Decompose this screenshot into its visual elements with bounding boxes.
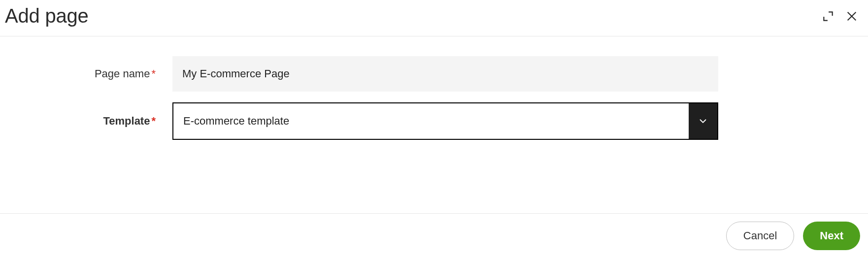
required-marker: * — [151, 67, 156, 80]
next-button[interactable]: Next — [803, 222, 860, 250]
dialog-header: Add page — [0, 0, 868, 36]
page-name-input-cell — [172, 56, 718, 92]
chevron-down-icon — [698, 116, 708, 127]
template-row: Template* E-commerce template — [0, 102, 868, 140]
page-name-input[interactable] — [172, 56, 718, 92]
close-icon — [845, 10, 858, 23]
page-name-label-cell: Page name* — [0, 67, 172, 80]
dialog-footer: Cancel Next — [0, 213, 868, 258]
dialog-title: Add page — [5, 5, 89, 27]
cancel-button[interactable]: Cancel — [726, 222, 794, 250]
template-select-caret[interactable] — [689, 103, 717, 139]
expand-button[interactable] — [820, 8, 836, 25]
template-label-cell: Template* — [0, 115, 172, 128]
form-area: Page name* Template* E-commerce template — [0, 36, 868, 170]
page-name-row: Page name* — [0, 56, 868, 92]
close-button[interactable] — [843, 8, 860, 25]
template-select-value[interactable]: E-commerce template — [173, 103, 689, 139]
template-select[interactable]: E-commerce template — [172, 102, 718, 140]
template-label: Template — [103, 115, 150, 127]
page-name-label: Page name — [95, 67, 150, 80]
template-input-cell: E-commerce template — [172, 102, 718, 140]
expand-icon — [822, 10, 835, 23]
required-marker: * — [151, 115, 156, 127]
header-icons — [820, 8, 863, 25]
